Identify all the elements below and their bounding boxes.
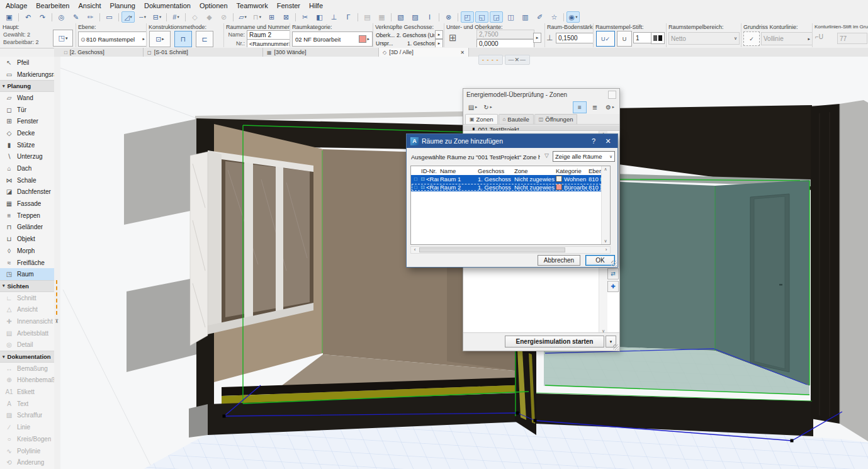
toolbox-section-dokumentation[interactable]: ▾Dokumentation	[0, 351, 54, 363]
profiles-icon[interactable]: ▨	[409, 11, 422, 23]
table-row-raum-1[interactable]: □⊡<Rau...Raum 11. GeschossNicht zugewies…	[411, 175, 602, 183]
pickup-parameters-icon[interactable]: ◎	[55, 11, 68, 23]
tool-linie[interactable]: ∕Linie	[0, 421, 54, 433]
menu-teamwork[interactable]: Teamwork	[232, 1, 273, 10]
refresh-icon[interactable]: ↻▸	[481, 101, 495, 113]
elevation-flyout-button[interactable]: ▸	[533, 33, 541, 43]
report-icon[interactable]: ▤▸	[466, 101, 480, 113]
tab-close-icon[interactable]: ✕	[456, 50, 465, 55]
dashed-line-button[interactable]: - - - -	[478, 55, 503, 65]
tool-treppen[interactable]: ≡Treppen	[0, 210, 54, 222]
panel-splitter[interactable]: ✂	[54, 57, 60, 469]
transfer-settings-icon[interactable]: ✏	[84, 11, 97, 23]
menu-ansicht[interactable]: Ansicht	[74, 1, 105, 10]
zone-check-icon[interactable]: ◰	[461, 11, 474, 23]
energy-model-icon[interactable]: ◲	[490, 11, 503, 23]
tool-pfeil[interactable]: ↖Pfeil	[0, 57, 54, 69]
tool-fassade[interactable]: ▦Fassade	[0, 198, 54, 210]
contour-pen-input[interactable]: 77	[837, 33, 867, 44]
splitter-drag-handle[interactable]	[56, 280, 57, 315]
tool-morph[interactable]: ◊Morph	[0, 245, 54, 257]
tool-dach[interactable]: ⌂Dach	[0, 162, 54, 174]
tool-stütze[interactable]: ▮Stütze	[0, 139, 54, 151]
cut-line-button[interactable]: —✕—	[505, 55, 531, 65]
geometry-method-2-button[interactable]: ⊓	[174, 31, 192, 47]
view-tab-300-wände[interactable]: ▦[300 Wände]	[263, 48, 379, 57]
home-story-flyout-button[interactable]: ▸	[435, 39, 443, 47]
start-energy-simulation-button[interactable]: Energiesimulation starten	[505, 336, 604, 348]
trim-icon[interactable]: ⊞	[265, 11, 278, 23]
top-elevation-input[interactable]: 2,7500	[476, 30, 534, 39]
tool-ansicht[interactable]: △Ansicht	[0, 303, 54, 315]
palette-resize-grip[interactable]	[613, 344, 619, 350]
tool-schale[interactable]: ⋈Schale	[0, 174, 54, 186]
dialog-title-bar[interactable]: A Räume zu Zone hinzufügen ? ✕	[407, 134, 617, 148]
table-row-raum-2[interactable]: □⊡<Rau...Raum 21. GeschossNicht zugewies…	[411, 183, 602, 191]
palette-close-button[interactable]	[608, 91, 616, 99]
dialog-help-button[interactable]: ?	[588, 137, 599, 145]
markup-icon[interactable]: ✐	[533, 11, 546, 23]
floor-thickness-input[interactable]: 0,1500	[556, 33, 594, 43]
menu-optionen[interactable]: Optionen	[195, 1, 232, 10]
top-story-flyout-button[interactable]: ▸	[435, 30, 443, 39]
inject-parameters-icon[interactable]: ✎	[69, 11, 82, 23]
col-header-geschoss[interactable]: Geschoss	[476, 167, 513, 174]
col-header-id-nr[interactable]: ID-Nr.	[411, 167, 439, 174]
selection-mode-icon[interactable]: ▱▾	[236, 11, 249, 23]
grid-snap-icon[interactable]: #▾	[169, 11, 183, 23]
wall-reference-icon[interactable]: ▤	[361, 11, 374, 23]
tool-raum[interactable]: ◳Raum	[0, 268, 54, 280]
beam-reference-icon[interactable]: ▦	[375, 11, 388, 23]
orientation-icon[interactable]: ◉▾	[566, 11, 580, 23]
dialog-resize-grip[interactable]	[611, 261, 617, 266]
tree-view-icon[interactable]: ≡	[573, 101, 587, 113]
marquee-icon[interactable]: ▭	[103, 11, 116, 23]
settings-gear-icon[interactable]: ⚙▸	[603, 101, 617, 113]
tool-dachfenster[interactable]: ◪Dachfenster	[0, 186, 54, 198]
magic-wand-icon[interactable]: ◆	[203, 11, 216, 23]
ibeam-icon[interactable]: I	[423, 11, 436, 23]
tool-arbeitsblatt[interactable]: ▤Arbeitsblatt	[0, 327, 54, 339]
tool-innenansicht[interactable]: ✚Innenansicht	[0, 315, 54, 327]
adjust-icon[interactable]: ◧	[313, 11, 326, 23]
pen-color-button[interactable]	[651, 32, 665, 44]
scroll-up-icon[interactable]: ∧	[602, 167, 609, 172]
view-tab-s-01-schnitt[interactable]: ◻[S-01 Schnitt]	[144, 48, 263, 57]
tool-polylinie[interactable]: ∿Polylinie	[0, 445, 54, 457]
snap-points-icon[interactable]: ⊟▾	[150, 11, 164, 23]
view-tab-2-geschoss[interactable]: □[2. Geschoss]	[60, 48, 144, 57]
clip-icon[interactable]: ⊗	[442, 11, 455, 23]
scroll-left-icon[interactable]: ‹	[411, 247, 419, 253]
table-horizontal-scrollbar[interactable]: ‹ ›	[410, 246, 611, 254]
view-tab-3d-alle[interactable]: ◇[3D / Alle]✕	[379, 48, 469, 57]
palette-tab-öffnungen[interactable]: ◫Öffnungen	[534, 114, 578, 124]
menu-ablage[interactable]: Ablage	[1, 1, 31, 10]
room-name-input[interactable]: Raum 2	[247, 30, 290, 40]
default-settings-button[interactable]: ◳ ▾	[53, 30, 73, 47]
bottom-elevation-input[interactable]: 0,0000	[476, 39, 534, 47]
camera-icon[interactable]: ▥	[519, 11, 532, 23]
col-header-kategorie[interactable]: Kategorie	[555, 167, 587, 174]
tool-etikett[interactable]: A1Etikett	[0, 386, 54, 398]
fillet-icon[interactable]: ⊥	[327, 11, 341, 23]
toolbox-section-planung[interactable]: ▾Planung	[0, 80, 54, 92]
tool-geländer[interactable]: ⊓Geländer	[0, 222, 54, 234]
stamp-area-dropdown[interactable]: Netto ∨	[668, 32, 740, 45]
suspend-groups-icon[interactable]: ⊘	[217, 11, 230, 23]
favorites-icon[interactable]: ☆	[548, 11, 561, 23]
tool-schraffur[interactable]: ▨Schraffur	[0, 410, 54, 422]
tool-decke[interactable]: ◇Decke	[0, 127, 54, 139]
split-icon[interactable]: ⊠	[279, 11, 293, 23]
table-vertical-scrollbar[interactable]: ∧ ∨	[601, 166, 610, 244]
redo-icon[interactable]: ↷	[36, 11, 49, 23]
tool-fenster[interactable]: ⊞Fenster	[0, 115, 54, 127]
list-view-icon[interactable]: ≣	[588, 101, 602, 113]
stamp-pen-off-button[interactable]: U	[617, 31, 632, 47]
geometry-method-3-button[interactable]: ⊏	[196, 31, 213, 47]
link-zones-button[interactable]: ⇄	[607, 268, 619, 280]
menu-bearbeiten[interactable]: Bearbeiten	[31, 1, 74, 10]
cancel-button[interactable]: Abbrechen	[538, 255, 580, 266]
add-zone-button[interactable]: ✚	[607, 281, 619, 292]
gravity-icon[interactable]: ◇	[188, 11, 201, 23]
contour-toggle-button[interactable]: ✓	[743, 31, 760, 46]
